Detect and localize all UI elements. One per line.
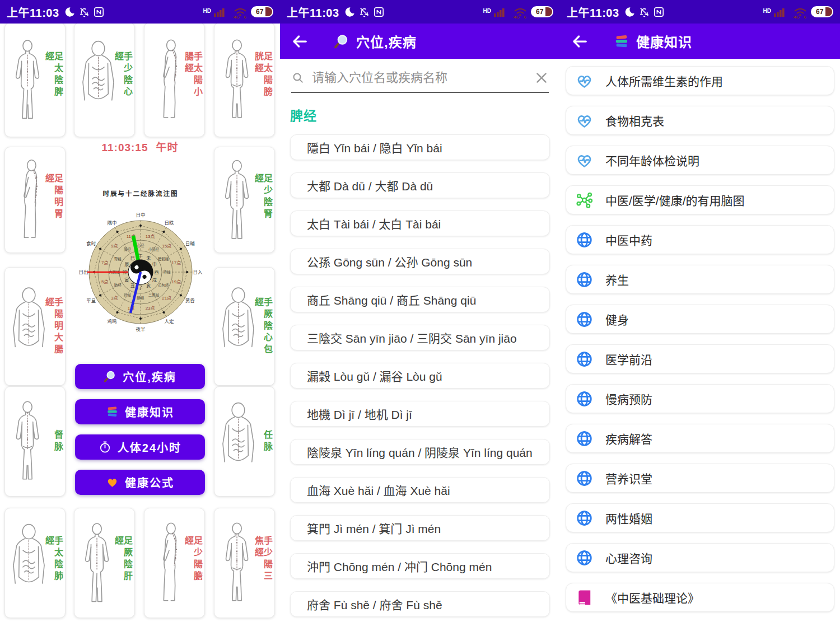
acupoint-item[interactable]: 沖門 Chōng mén / 冲门 Chōng mén	[290, 553, 550, 579]
wifi-icon: 4G 6	[514, 7, 527, 16]
acupoint-item[interactable]: 血海 Xuè hǎi / 血海 Xuè hǎi	[290, 477, 550, 503]
meridian-card[interactable]: 足太陽膀胱經	[214, 22, 275, 137]
sim-badge: 6	[524, 15, 526, 20]
meridian-card[interactable]: 任脉	[214, 386, 275, 497]
meridian-clock: 时辰与十二经脉流注图日中日昳日晡日入黄昏人定夜半鸡鸣平旦日出食时隅中11点13点…	[77, 188, 204, 337]
acupoint-item[interactable]: 太白 Tài bái / 太白 Tài bái	[290, 211, 550, 236]
heart-pulse-icon	[575, 111, 594, 130]
status-time: 上午11:03	[567, 4, 619, 20]
home-menu-button-label: 健康知识	[125, 404, 174, 420]
knowledge-item[interactable]: 两性婚姻	[566, 503, 834, 532]
knowledge-item[interactable]: 中医中药	[566, 225, 834, 254]
battery-icon: 67	[811, 6, 833, 17]
meridian-card-label: 任脉	[263, 430, 272, 453]
knowledge-item-label: 慢病预防	[605, 390, 652, 407]
knowledge-item-label: 养生	[605, 271, 629, 288]
search-input[interactable]	[312, 71, 527, 85]
home-menu-button[interactable]: 穴位,疾病	[75, 364, 205, 389]
acupoint-item[interactable]: 公孫 Gōng sūn / 公孙 Gōng sūn	[290, 249, 550, 274]
svg-text:巳: 巳	[130, 256, 135, 261]
knowledge-item[interactable]: 慢病预防	[566, 384, 834, 413]
svg-text:3点: 3点	[111, 296, 118, 301]
knowledge-item-label: 健身	[605, 311, 629, 328]
svg-text:胆经: 胆经	[137, 296, 145, 301]
svg-text:7点: 7点	[101, 260, 108, 265]
meridian-card-label: 足陽明胃經	[44, 174, 62, 226]
meridian-card-label: 足太陽膀胱經	[254, 52, 272, 109]
knowledge-item[interactable]: 医学前沿	[566, 344, 834, 373]
svg-text:5点: 5点	[101, 279, 108, 284]
clear-icon[interactable]	[534, 71, 549, 85]
acupoint-item[interactable]: 地機 Dì jī / 地机 Dì jī	[290, 401, 550, 427]
acupoint-item[interactable]: 漏穀 Lòu gǔ / 漏谷 Lòu gǔ	[290, 363, 550, 389]
meridian-card[interactable]: 手太陰肺經	[4, 508, 66, 618]
svg-text:脾经: 脾经	[124, 247, 132, 252]
meridian-card[interactable]: 手厥陰心包經	[214, 267, 275, 386]
knowledge-item[interactable]: 营养识堂	[566, 464, 834, 493]
acupoint-item[interactable]: 隱白 Yǐn bái / 隐白 Yǐn bái	[290, 134, 550, 160]
wifi-icon: 4G 6	[794, 7, 807, 16]
back-button[interactable]	[291, 32, 309, 50]
knowledge-item-label: 两性婚姻	[605, 509, 652, 526]
acupoint-list: 隱白 Yǐn bái / 隐白 Yǐn bái大都 Dà dū / 大都 Dà …	[290, 134, 550, 617]
meridian-card[interactable]: 足太陰脾經	[4, 22, 66, 137]
status-time: 上午11:03	[287, 4, 339, 20]
battery-icon: 67	[531, 6, 553, 17]
meridian-card[interactable]: 足陽明胃經	[4, 147, 66, 253]
meridian-card-label: 足少陰腎經	[254, 174, 272, 226]
meridian-card[interactable]: 手太陽小腸經	[144, 22, 205, 137]
meridian-card[interactable]: 足少陽膽經	[144, 508, 205, 618]
svg-text:食时: 食时	[86, 241, 96, 246]
meridian-card[interactable]: 足少陰腎經	[214, 147, 275, 253]
knowledge-item[interactable]: 不同年龄体检说明	[566, 146, 834, 175]
acupoint-item[interactable]: 陰陵泉 Yīn líng quán / 阴陵泉 Yīn líng quán	[290, 439, 550, 465]
meridian-card-label: 手少陽三焦經	[254, 536, 272, 591]
acupoint-item[interactable]: 大都 Dà dū / 大都 Dà dū	[290, 172, 550, 198]
knowledge-item[interactable]: 疾病解答	[566, 424, 834, 453]
globe-icon	[575, 469, 594, 488]
home-menu: 穴位,疾病 健康知识 人体24小时 健康公式	[75, 364, 205, 495]
back-button[interactable]	[571, 32, 589, 50]
acupoint-item[interactable]: 三陰交 Sān yīn jiāo / 三阴交 Sān yīn jiāo	[290, 325, 550, 350]
meridian-card[interactable]: 手陽明大腸經	[4, 267, 66, 386]
svg-text:日中: 日中	[136, 212, 145, 218]
meridian-card-label: 足太陰脾經	[44, 52, 62, 109]
meridian-card[interactable]: 足厥陰肝經	[74, 508, 135, 618]
knowledge-item[interactable]: 养生	[566, 265, 834, 294]
globe-icon	[575, 549, 594, 567]
knowledge-item[interactable]: 健身	[566, 305, 834, 334]
svg-text:戌: 戌	[152, 277, 157, 283]
knowledge-item[interactable]: 中医/医学/健康/的有用脑图	[566, 185, 834, 214]
knowledge-item[interactable]: 《中医基础理论》	[566, 583, 834, 612]
books-icon	[106, 405, 119, 418]
svg-text:寅: 寅	[124, 277, 129, 283]
knowledge-item-label: 不同年龄体检说明	[605, 152, 699, 169]
acupoint-item[interactable]: 箕門 Jì mén / 箕门 Jì mén	[290, 515, 550, 541]
knowledge-item[interactable]: 人体所需维生素的作用	[566, 66, 834, 95]
page-title: 穴位,疾病	[334, 31, 417, 51]
knowledge-item-label: 心理咨询	[605, 549, 652, 566]
svg-text:日出: 日出	[78, 269, 88, 275]
meridian-card[interactable]: 手少陽三焦經	[214, 508, 275, 618]
home-menu-button[interactable]: 健康公式	[75, 470, 205, 495]
svg-text:人定: 人定	[164, 319, 174, 324]
svg-text:肾经: 肾经	[164, 269, 171, 274]
moon-icon	[624, 6, 636, 18]
acupoint-item[interactable]: 商丘 Shāng qiū / 商丘 Shāng qiū	[290, 287, 550, 312]
moon-icon	[64, 6, 76, 18]
nfc-icon	[373, 6, 385, 18]
home-menu-button[interactable]: 健康知识	[75, 399, 205, 424]
branch-hour-text: 午时	[156, 142, 179, 153]
meridian-card-label: 督脉	[53, 430, 62, 453]
meridian-card[interactable]: 督脉	[4, 386, 66, 497]
knowledge-item[interactable]: 食物相克表	[566, 106, 834, 135]
page-title: 健康知识	[614, 31, 692, 51]
knowledge-item[interactable]: 心理咨询	[566, 543, 834, 572]
sim-badge: 6	[804, 15, 806, 20]
meridian-card[interactable]: 手少陰心經	[74, 22, 135, 137]
acupoint-item[interactable]: 府舍 Fù shě / 府舍 Fù shě	[290, 591, 550, 617]
meridian-clock-svg: 时辰与十二经脉流注图日中日昳日晡日入黄昏人定夜半鸡鸣平旦日出食时隅中11点13点…	[77, 188, 204, 337]
meridian-card-label: 手少陰心經	[114, 52, 132, 109]
knowledge-item-label: 疾病解答	[605, 430, 652, 447]
home-menu-button[interactable]: 人体24小时	[75, 434, 205, 460]
